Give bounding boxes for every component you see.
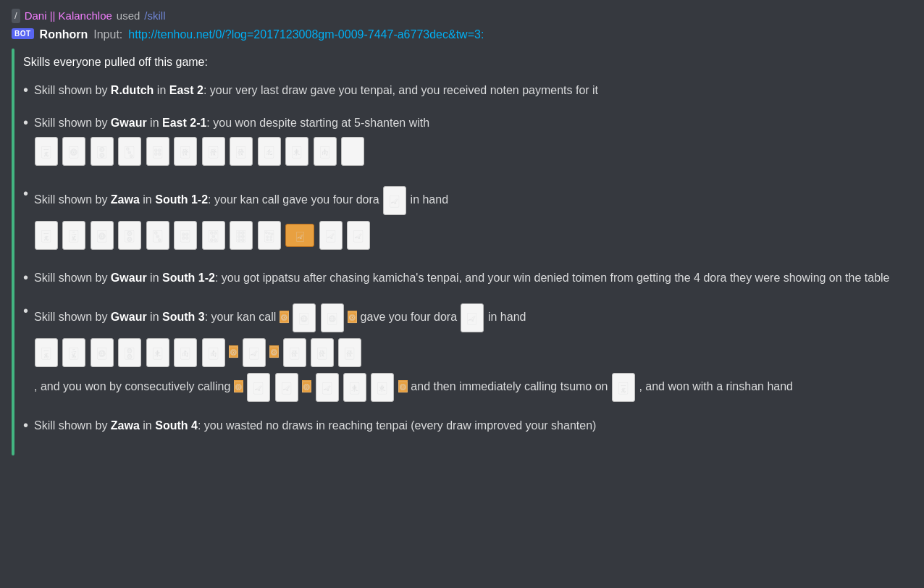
tile: 🀁	[314, 137, 337, 166]
bot-message: BOT Ronhorn Input: http://tenhou.net/0/?…	[12, 25, 912, 46]
bot-badge: BOT	[12, 28, 34, 40]
tile: 🀚	[91, 137, 114, 166]
tile: 🀅	[338, 338, 361, 367]
round-4: South 1-2	[162, 272, 215, 284]
list-item: • Skill shown by Zawa in South 1-2: your…	[23, 185, 912, 255]
tile: 🀇	[35, 221, 58, 250]
tile-orange: 🀙	[229, 345, 238, 358]
tile: 🀐	[347, 221, 370, 250]
bot-link[interactable]: http://tenhou.net/0/?log=2017123008gm-00…	[128, 27, 484, 43]
tile-orange: 🀙	[302, 380, 311, 392]
list-item: • Skill shown by Gwaur in South 3: your …	[23, 303, 912, 403]
bullet-icon: •	[23, 268, 28, 288]
tile: 🀝	[202, 221, 225, 250]
round-1: East 2	[169, 84, 203, 96]
tile: 🀚	[118, 338, 141, 367]
skills-header: Skills everyone pulled off this game:	[23, 54, 912, 70]
tile: 🀃	[258, 137, 281, 166]
skill-text-6: Skill shown by Zawa in South 4: you wast…	[34, 417, 912, 434]
round-2: East 2-1	[162, 117, 206, 129]
tile: 🀐	[243, 338, 266, 367]
bullet-icon: •	[23, 184, 28, 204]
skill-text-1: Skill shown by R.dutch in East 2: your v…	[34, 82, 912, 99]
tile: 🀇	[612, 373, 635, 402]
round-5: South 3	[162, 311, 205, 323]
command-name: /skill	[144, 9, 165, 24]
tile: 🀐	[316, 373, 339, 402]
bullet-icon: •	[23, 80, 28, 101]
tile-orange: 🀙	[280, 311, 289, 323]
list-item: • Skill shown by Zawa in South 4: you wa…	[23, 417, 912, 436]
bullet-icon: •	[23, 416, 28, 436]
tile: 🀜	[146, 137, 169, 166]
skill-text-2: Skill shown by Gwaur in East 2-1: you wo…	[34, 114, 912, 171]
tile-orange: 🀙	[398, 380, 408, 392]
skill-text-3: Skill shown by Zawa in South 1-2: your k…	[34, 185, 912, 255]
tile: 🀈	[62, 338, 85, 367]
bot-name: Ronhorn	[40, 27, 88, 43]
tile: 🀙	[91, 221, 114, 250]
used-text: used	[117, 9, 140, 24]
tile: 🀜	[174, 221, 197, 250]
tile: 🀐	[319, 221, 343, 250]
bullet-icon: •	[23, 301, 28, 322]
tile: 🀅	[230, 137, 253, 166]
player-4: Gwaur	[111, 272, 147, 284]
round-6: South 4	[155, 419, 198, 432]
tile: 🀇	[35, 137, 58, 166]
tile-orange: 🀙	[234, 380, 243, 392]
tile: 🀅	[174, 137, 197, 166]
user-name: Dani || Kalanchloe	[25, 9, 112, 24]
tile: 🀙	[321, 303, 344, 332]
player-2: Gwaur	[111, 117, 147, 129]
skill-list: • Skill shown by R.dutch in East 2: your…	[23, 82, 912, 436]
tile: 🀚	[118, 221, 141, 250]
tile: 🀙	[62, 137, 85, 166]
tile: 🀛	[146, 221, 169, 250]
tile: 🀅	[311, 338, 334, 367]
tile-orange: 🀙	[348, 311, 357, 323]
player-6: Zawa	[111, 419, 140, 432]
tile: 🀛	[118, 137, 141, 166]
list-item: • Skill shown by Gwaur in East 2-1: you …	[23, 114, 912, 171]
tile: 🀇	[35, 338, 58, 367]
tile-orange: 🀙	[269, 345, 279, 358]
tile	[341, 137, 364, 166]
list-item: • Skill shown by R.dutch in East 2: your…	[23, 82, 912, 101]
player-3: Zawa	[111, 193, 140, 206]
skills-container: Skills everyone pulled off this game: • …	[12, 49, 912, 456]
dora-tile: 🀐	[461, 303, 484, 332]
tile-row-5a: 🀇 🀈 🀙 🀚 🀀 🀁 🀁 🀙 🀐 🀙 🀅 🀅	[34, 337, 912, 368]
tile: 🀈	[62, 221, 85, 250]
tile: 🀀	[371, 373, 394, 402]
skills-content: Skills everyone pulled off this game: • …	[23, 49, 912, 456]
tile: 🀅	[283, 338, 306, 367]
tile-rotated: 🀐	[285, 224, 314, 247]
tile: 🀐	[247, 373, 270, 402]
skill-text-5: Skill shown by Gwaur in South 3: your ka…	[34, 303, 912, 403]
message-area: / Dani || Kalanchloe used /skill BOT Ron…	[0, 0, 924, 461]
tile-row-2: 🀇 🀙 🀚 🀛 🀜 🀅 🀅 🀅 🀃 🀀 🀁	[34, 136, 912, 167]
tile: 🀀	[285, 137, 308, 166]
skill-text-4: Skill shown by Gwaur in South 1-2: you g…	[34, 269, 912, 287]
round-3: South 1-2	[155, 193, 208, 206]
tile: 🀙	[293, 303, 316, 332]
tile: 🀀	[146, 338, 169, 367]
tile: 🀞	[230, 221, 253, 250]
tile-row-3: 🀇 🀈 🀙 🀚 🀛 🀜 🀝 🀞 🀟 🀐 🀐 🀐	[34, 220, 912, 251]
tile: 🀁	[174, 338, 197, 367]
tile: 🀅	[202, 137, 225, 166]
green-bar	[12, 49, 14, 456]
player-1: R.dutch	[111, 84, 154, 96]
tile: 🀀	[343, 373, 366, 402]
bot-input-label: Input:	[93, 27, 122, 43]
tile: 🀁	[202, 338, 225, 367]
list-item: • Skill shown by Gwaur in South 1-2: you…	[23, 269, 912, 288]
slash-icon: /	[12, 9, 20, 23]
dora-tile: 🀐	[383, 186, 406, 215]
tile: 🀟	[258, 221, 281, 250]
tile: 🀐	[275, 373, 298, 402]
bullet-icon: •	[23, 113, 28, 133]
tile: 🀙	[91, 338, 114, 367]
player-5: Gwaur	[111, 311, 147, 323]
